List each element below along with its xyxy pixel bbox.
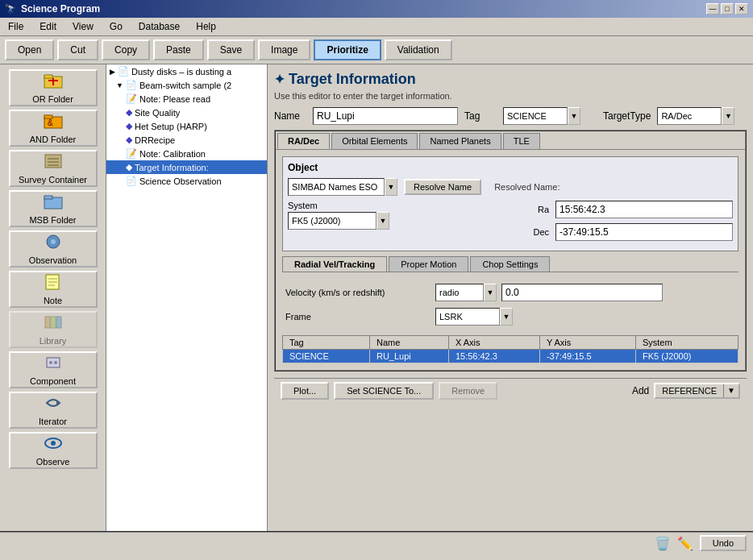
velocity-type-input[interactable]	[435, 284, 484, 301]
close-button[interactable]: ✕	[735, 3, 748, 15]
survey-container-icon	[44, 153, 63, 173]
tree-icon-drrecipe: ◆	[126, 135, 132, 145]
tree-icon-note-please: 📝	[126, 93, 137, 104]
tree-item-dusty[interactable]: ▶ 📄 Dusty disks – is dusting a	[106, 64, 267, 78]
copy-button[interactable]: Copy	[102, 39, 150, 60]
tree-label-note-calibration: Note: Calibration	[139, 149, 206, 159]
reference-dropdown-arrow[interactable]: ▼	[724, 384, 738, 397]
tree-item-science-observation[interactable]: 📄 Science Observation	[106, 174, 267, 188]
expand-icon-beam: ▼	[116, 81, 123, 89]
iterator-button[interactable]: Iterator	[9, 392, 98, 429]
tree-item-target-information[interactable]: ◆ Target Information:	[106, 160, 267, 174]
menu-help[interactable]: Help	[191, 19, 221, 34]
frame-arrow[interactable]: ▼	[500, 308, 513, 326]
image-button[interactable]: Image	[258, 39, 310, 60]
frame-combo: ▼	[435, 308, 513, 326]
tree-item-het-setup[interactable]: ◆ Het Setup (HARP)	[106, 119, 267, 133]
note-button[interactable]: Note	[9, 271, 98, 308]
svg-rect-12	[44, 196, 52, 199]
tab-named-planets[interactable]: Named Planets	[419, 133, 501, 149]
inner-tab-radial[interactable]: Radial Vel/Tracking	[282, 256, 387, 272]
svg-point-14	[51, 239, 56, 244]
menu-go[interactable]: Go	[105, 19, 127, 34]
system-input[interactable]	[288, 212, 376, 230]
tree-item-drrecipe[interactable]: ◆ DRRecipe	[106, 133, 267, 147]
velocity-value-input[interactable]	[501, 284, 663, 301]
library-button[interactable]: Library	[9, 311, 98, 348]
menu-database[interactable]: Database	[134, 19, 185, 34]
tab-orbital-elements[interactable]: Orbital Elements	[331, 133, 418, 149]
or-folder-button[interactable]: OR Folder	[9, 69, 98, 106]
minimize-button[interactable]: —	[706, 3, 719, 15]
tree-icon-beam: 📄	[126, 80, 137, 90]
msb-folder-button[interactable]: MSB Folder	[9, 190, 98, 227]
observation-button[interactable]: Observation	[9, 230, 98, 268]
validation-button[interactable]: Validation	[385, 39, 452, 60]
survey-container-label: Survey Container	[19, 175, 87, 185]
or-folder-icon	[44, 73, 63, 93]
tab-tle[interactable]: TLE	[503, 133, 540, 149]
menu-file[interactable]: File	[3, 19, 28, 34]
tree-label-dusty: Dusty disks – is dusting a	[131, 67, 231, 77]
target-type-input[interactable]	[657, 107, 722, 125]
simbad-input[interactable]	[288, 178, 385, 196]
main-tab-bar: RA/Dec Orbital Elements Named Planets TL…	[276, 131, 745, 150]
col-system: System	[635, 336, 738, 350]
ra-label: Ra	[538, 205, 549, 214]
tree-item-note-calibration[interactable]: 📝 Note: Calibration	[106, 147, 267, 160]
prioritize-button[interactable]: Prioritize	[314, 39, 381, 60]
tag-dropdown-arrow[interactable]: ▼	[568, 107, 580, 125]
tab-radec[interactable]: RA/Dec	[277, 133, 330, 149]
left-panel: OR Folder & AND Folder Surve	[0, 64, 106, 531]
app-title: Science Program	[21, 3, 100, 15]
observe-button[interactable]: Observe	[9, 432, 98, 469]
dec-label: Dec	[533, 227, 549, 237]
simbad-arrow[interactable]: ▼	[385, 178, 397, 196]
simbad-row: ▼ Resolve Name Resolved Name:	[288, 178, 733, 196]
component-button[interactable]: Component	[9, 351, 98, 388]
maximize-button[interactable]: □	[721, 3, 734, 15]
component-label: Component	[30, 376, 76, 386]
velocity-type-arrow[interactable]: ▼	[484, 284, 497, 301]
name-input[interactable]	[313, 107, 458, 125]
save-button[interactable]: Save	[207, 39, 255, 60]
system-arrow[interactable]: ▼	[376, 212, 389, 230]
target-type-dropdown-arrow[interactable]: ▼	[722, 107, 734, 125]
paste-button[interactable]: Paste	[153, 39, 204, 60]
expand-icon: ▶	[110, 68, 115, 76]
main-tab-content: Object ▼ Resolve Name Resolved Name: Sys…	[276, 150, 745, 370]
open-button[interactable]: Open	[5, 39, 54, 60]
remove-button[interactable]: Remove	[439, 382, 497, 400]
cell-name: RU_Lupi	[369, 350, 448, 363]
survey-container-button[interactable]: Survey Container	[9, 150, 98, 187]
tree-item-site-quality[interactable]: ◆ Site Quality	[106, 106, 267, 119]
set-science-button[interactable]: Set SCIENCE To...	[334, 382, 434, 400]
title-icon-star: ✦	[274, 73, 285, 86]
tree-item-note-please[interactable]: 📝 Note: Please read	[106, 92, 267, 106]
col-tag: Tag	[283, 336, 370, 350]
and-folder-button[interactable]: & AND Folder	[9, 110, 98, 147]
table-row[interactable]: SCIENCE RU_Lupi 15:56:42.3 -37:49:15.5 F…	[283, 350, 738, 363]
radec-group: Ra Dec	[406, 201, 733, 246]
ra-input[interactable]	[555, 201, 733, 218]
tree-item-beam[interactable]: ▼ 📄 Beam-switch sample (2	[106, 78, 267, 92]
svg-rect-22	[47, 358, 60, 367]
tree-icon-science-obs: 📄	[126, 176, 137, 186]
msb-folder-label: MSB Folder	[29, 215, 76, 225]
plot-button[interactable]: Plot...	[281, 382, 329, 400]
resolve-name-button[interactable]: Resolve Name	[404, 179, 481, 195]
menu-bar: File Edit View Go Database Help	[0, 18, 753, 36]
inner-tab-proper-motion[interactable]: Proper Motion	[389, 256, 468, 272]
undo-button[interactable]: Undo	[700, 535, 747, 551]
frame-label: Frame	[285, 312, 431, 321]
velocity-label: Velocity (km/s or redshift)	[285, 288, 431, 297]
cut-button[interactable]: Cut	[57, 39, 98, 60]
menu-view[interactable]: View	[68, 19, 98, 34]
ra-row: Ra	[406, 201, 733, 218]
menu-edit[interactable]: Edit	[35, 19, 61, 34]
tag-input[interactable]	[503, 107, 568, 125]
frame-input[interactable]	[435, 308, 500, 326]
inner-tab-chop-settings[interactable]: Chop Settings	[470, 256, 550, 272]
app-icon: 🔭	[5, 4, 16, 15]
dec-input[interactable]	[555, 223, 733, 241]
